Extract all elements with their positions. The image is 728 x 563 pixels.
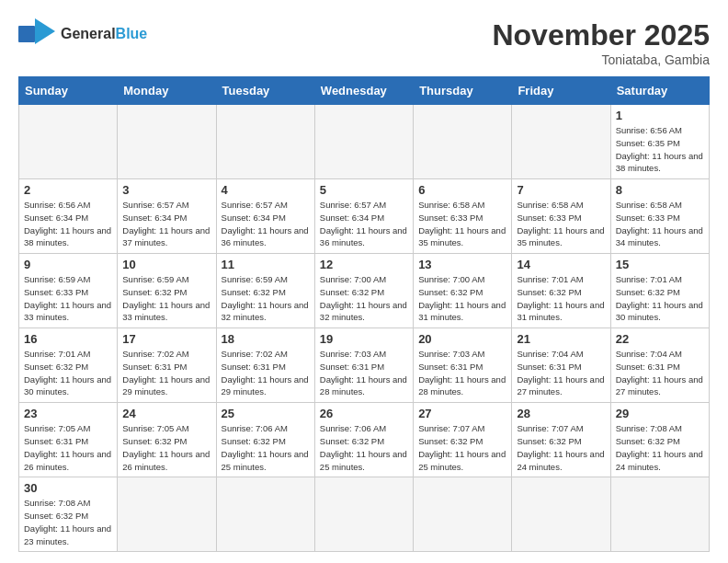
calendar-cell: 23Sunrise: 7:05 AM Sunset: 6:31 PM Dayli… [19,403,118,477]
logo-icon [18,18,55,50]
day-info: Sunrise: 6:56 AM Sunset: 6:34 PM Dayligh… [24,199,112,249]
day-number: 27 [418,407,506,420]
day-number: 28 [517,407,605,420]
weekday-header-row: SundayMondayTuesdayWednesdayThursdayFrid… [19,77,710,105]
day-number: 8 [616,183,704,197]
calendar-cell: 15Sunrise: 7:01 AM Sunset: 6:32 PM Dayli… [610,254,709,328]
week-row: 9Sunrise: 6:59 AM Sunset: 6:33 PM Daylig… [19,254,710,328]
day-number: 3 [122,183,210,197]
day-info: Sunrise: 7:08 AM Sunset: 6:32 PM Dayligh… [616,422,704,473]
day-number: 22 [616,332,704,346]
title-block: November 2025 Toniataba, Gambia [492,18,710,67]
calendar-cell: 5Sunrise: 6:57 AM Sunset: 6:34 PM Daylig… [314,179,413,254]
weekday-header: Thursday [414,77,512,105]
calendar-cell [414,477,512,552]
day-number: 13 [418,258,506,271]
page-header: GeneralBlue November 2025 Toniataba, Gam… [18,18,710,67]
day-number: 18 [222,332,310,346]
calendar-cell [19,105,118,179]
week-row: 16Sunrise: 7:01 AM Sunset: 6:32 PM Dayli… [19,328,710,403]
calendar-cell: 22Sunrise: 7:04 AM Sunset: 6:31 PM Dayli… [610,328,709,403]
day-number: 11 [222,258,310,271]
day-number: 4 [222,183,310,197]
day-number: 25 [222,407,310,420]
day-number: 10 [122,258,210,271]
calendar-cell [314,477,413,552]
calendar-cell: 20Sunrise: 7:03 AM Sunset: 6:31 PM Dayli… [414,328,512,403]
weekday-header: Monday [118,77,216,105]
day-info: Sunrise: 6:57 AM Sunset: 6:34 PM Dayligh… [222,199,310,249]
day-info: Sunrise: 6:58 AM Sunset: 6:33 PM Dayligh… [517,199,605,249]
day-number: 5 [320,183,408,197]
day-info: Sunrise: 7:01 AM Sunset: 6:32 PM Dayligh… [24,348,112,398]
calendar-cell: 27Sunrise: 7:07 AM Sunset: 6:32 PM Dayli… [414,403,512,477]
calendar-cell: 12Sunrise: 7:00 AM Sunset: 6:32 PM Dayli… [314,254,413,328]
day-number: 14 [517,258,605,271]
calendar-cell: 7Sunrise: 6:58 AM Sunset: 6:33 PM Daylig… [512,179,610,254]
day-info: Sunrise: 6:58 AM Sunset: 6:33 PM Dayligh… [616,199,704,249]
calendar-cell: 9Sunrise: 6:59 AM Sunset: 6:33 PM Daylig… [19,254,118,328]
day-info: Sunrise: 7:02 AM Sunset: 6:31 PM Dayligh… [122,348,210,398]
calendar-cell: 19Sunrise: 7:03 AM Sunset: 6:31 PM Dayli… [314,328,413,403]
calendar-cell: 3Sunrise: 6:57 AM Sunset: 6:34 PM Daylig… [118,179,216,254]
calendar-cell: 25Sunrise: 7:06 AM Sunset: 6:32 PM Dayli… [216,403,314,477]
week-row: 23Sunrise: 7:05 AM Sunset: 6:31 PM Dayli… [19,403,710,477]
logo: GeneralBlue [18,18,147,50]
weekday-header: Saturday [610,77,709,105]
calendar-cell [610,477,709,552]
calendar-cell [512,477,610,552]
month-year: November 2025 [492,18,710,52]
day-number: 23 [24,407,112,420]
calendar-cell: 6Sunrise: 6:58 AM Sunset: 6:33 PM Daylig… [414,179,512,254]
calendar-cell [512,105,610,179]
calendar-cell: 1Sunrise: 6:56 AM Sunset: 6:35 PM Daylig… [610,105,709,179]
day-info: Sunrise: 7:00 AM Sunset: 6:32 PM Dayligh… [418,273,506,324]
calendar-cell: 10Sunrise: 6:59 AM Sunset: 6:32 PM Dayli… [118,254,216,328]
day-number: 17 [122,332,210,346]
day-number: 6 [418,183,506,197]
calendar: SundayMondayTuesdayWednesdayThursdayFrid… [18,76,710,552]
day-number: 26 [320,407,408,420]
day-info: Sunrise: 7:06 AM Sunset: 6:32 PM Dayligh… [320,422,408,473]
day-info: Sunrise: 6:57 AM Sunset: 6:34 PM Dayligh… [122,199,210,249]
day-info: Sunrise: 7:07 AM Sunset: 6:32 PM Dayligh… [418,422,506,473]
calendar-cell [414,105,512,179]
calendar-cell: 13Sunrise: 7:00 AM Sunset: 6:32 PM Dayli… [414,254,512,328]
calendar-cell: 11Sunrise: 6:59 AM Sunset: 6:32 PM Dayli… [216,254,314,328]
day-number: 2 [24,183,112,197]
week-row: 1Sunrise: 6:56 AM Sunset: 6:35 PM Daylig… [19,105,710,179]
day-info: Sunrise: 7:07 AM Sunset: 6:32 PM Dayligh… [517,422,605,473]
calendar-cell: 30Sunrise: 7:08 AM Sunset: 6:32 PM Dayli… [19,477,118,552]
calendar-cell: 28Sunrise: 7:07 AM Sunset: 6:32 PM Dayli… [512,403,610,477]
svg-marker-1 [35,18,55,44]
week-row: 30Sunrise: 7:08 AM Sunset: 6:32 PM Dayli… [19,477,710,552]
day-info: Sunrise: 6:56 AM Sunset: 6:35 PM Dayligh… [616,124,704,175]
day-info: Sunrise: 7:03 AM Sunset: 6:31 PM Dayligh… [320,348,408,398]
day-number: 9 [24,258,112,271]
svg-rect-0 [18,26,35,42]
weekday-header: Friday [512,77,610,105]
day-number: 30 [24,481,112,495]
location: Toniataba, Gambia [492,52,710,67]
day-number: 24 [122,407,210,420]
calendar-cell: 18Sunrise: 7:02 AM Sunset: 6:31 PM Dayli… [216,328,314,403]
calendar-cell: 2Sunrise: 6:56 AM Sunset: 6:34 PM Daylig… [19,179,118,254]
day-number: 20 [418,332,506,346]
day-info: Sunrise: 6:59 AM Sunset: 6:33 PM Dayligh… [24,273,112,324]
calendar-cell [216,105,314,179]
day-info: Sunrise: 7:06 AM Sunset: 6:32 PM Dayligh… [222,422,310,473]
day-info: Sunrise: 7:00 AM Sunset: 6:32 PM Dayligh… [320,273,408,324]
calendar-cell: 26Sunrise: 7:06 AM Sunset: 6:32 PM Dayli… [314,403,413,477]
day-number: 15 [616,258,704,271]
day-number: 29 [616,407,704,420]
week-row: 2Sunrise: 6:56 AM Sunset: 6:34 PM Daylig… [19,179,710,254]
calendar-cell [216,477,314,552]
day-info: Sunrise: 7:05 AM Sunset: 6:31 PM Dayligh… [24,422,112,473]
day-info: Sunrise: 7:05 AM Sunset: 6:32 PM Dayligh… [122,422,210,473]
logo-text: GeneralBlue [61,26,147,42]
calendar-cell: 21Sunrise: 7:04 AM Sunset: 6:31 PM Dayli… [512,328,610,403]
calendar-cell [314,105,413,179]
day-number: 19 [320,332,408,346]
day-number: 7 [517,183,605,197]
day-number: 16 [24,332,112,346]
